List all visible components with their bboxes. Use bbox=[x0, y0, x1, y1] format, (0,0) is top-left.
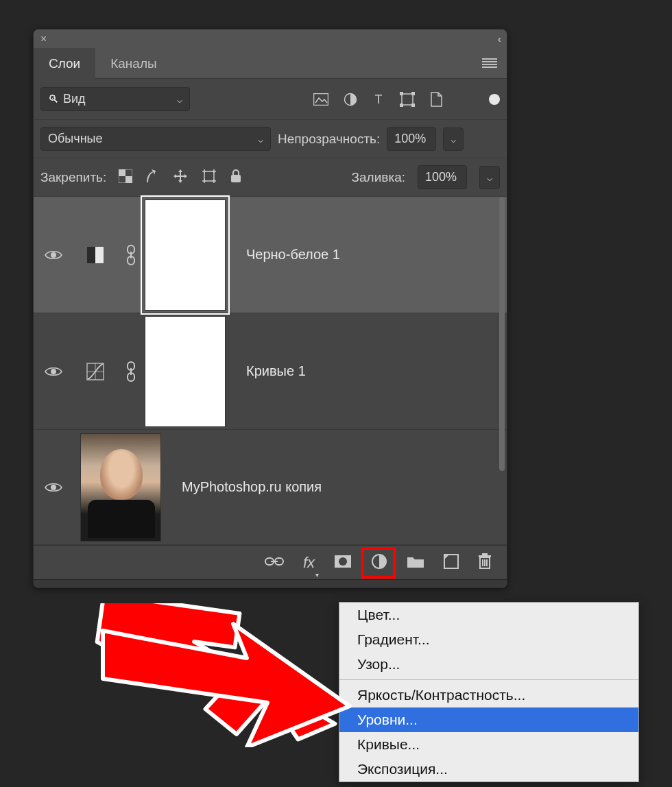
panel-tabs: Слои Каналы bbox=[34, 49, 507, 79]
lock-artboard-icon[interactable] bbox=[201, 168, 217, 187]
eye-icon bbox=[45, 249, 62, 261]
fill-value[interactable]: 100% bbox=[418, 165, 467, 189]
menu-item-curves[interactable]: Кривые... bbox=[339, 732, 638, 757]
link-icon[interactable] bbox=[117, 245, 145, 265]
menu-item-color[interactable]: Цвет... bbox=[339, 603, 638, 627]
fx-icon[interactable]: fx▾ bbox=[303, 554, 315, 572]
adjustment-layer-icon[interactable] bbox=[371, 553, 387, 572]
blend-mode-select[interactable]: Обычные ⌵ bbox=[40, 127, 271, 151]
lock-image-icon[interactable] bbox=[145, 169, 160, 186]
delete-layer-icon[interactable] bbox=[478, 553, 492, 572]
svg-rect-23 bbox=[87, 247, 95, 263]
layer-mask-thumb[interactable] bbox=[145, 199, 226, 311]
layer-thumb[interactable] bbox=[80, 433, 161, 542]
visibility-toggle[interactable] bbox=[34, 365, 73, 378]
layer-name[interactable]: MyPhotoshop.ru копия bbox=[182, 479, 322, 495]
panel-resize-bar[interactable] bbox=[34, 579, 507, 588]
adjustment-layer-menu: Цвет... Градиент... Узор... Яркость/Конт… bbox=[339, 602, 639, 782]
collapse-icon[interactable]: ‹‹ bbox=[498, 34, 499, 45]
opacity-label: Непрозрачность: bbox=[278, 132, 380, 147]
filter-row: 🔍︎Вид ⌵ T bbox=[34, 79, 507, 120]
kind-filter-select[interactable]: 🔍︎Вид ⌵ bbox=[40, 87, 190, 111]
opacity-value[interactable]: 100% bbox=[387, 127, 436, 151]
new-group-icon[interactable] bbox=[407, 555, 424, 571]
curves-adjustment-icon bbox=[73, 362, 117, 381]
menu-item-levels[interactable]: Уровни... bbox=[339, 707, 638, 732]
search-icon: 🔍︎ bbox=[48, 93, 59, 105]
chevron-down-icon: ⌵ bbox=[258, 134, 263, 145]
chevron-down-icon: ⌵ bbox=[177, 94, 182, 105]
svg-point-21 bbox=[51, 252, 56, 258]
panel-menu-icon[interactable] bbox=[482, 58, 497, 68]
svg-rect-10 bbox=[125, 176, 132, 183]
type-filter-icon[interactable]: T bbox=[372, 93, 385, 106]
add-mask-icon[interactable] bbox=[334, 555, 352, 571]
svg-rect-4 bbox=[400, 92, 403, 95]
tab-layers[interactable]: Слои bbox=[34, 48, 95, 80]
layer-row[interactable]: Черно-белое 1 bbox=[34, 197, 507, 313]
menu-separator bbox=[339, 679, 638, 680]
annotation-arrow bbox=[69, 603, 357, 747]
svg-rect-9 bbox=[119, 169, 125, 176]
svg-rect-6 bbox=[400, 104, 403, 107]
shape-filter-icon[interactable] bbox=[400, 92, 415, 107]
filter-toggle[interactable] bbox=[489, 94, 500, 105]
tab-channels[interactable]: Каналы bbox=[95, 48, 171, 80]
filter-type-icons: T bbox=[313, 92, 442, 107]
layer-row[interactable]: Кривые 1 bbox=[34, 313, 507, 430]
scrollbar[interactable] bbox=[499, 197, 505, 471]
lock-transparency-icon[interactable] bbox=[119, 169, 132, 186]
lock-position-icon[interactable] bbox=[172, 168, 189, 187]
opacity-chevron[interactable]: ⌵ bbox=[443, 128, 464, 151]
svg-point-27 bbox=[51, 369, 56, 374]
eye-icon bbox=[45, 365, 62, 378]
svg-rect-11 bbox=[204, 171, 214, 181]
adjustment-filter-icon[interactable] bbox=[344, 93, 357, 106]
pixel-filter-icon[interactable] bbox=[313, 93, 328, 106]
lock-row: Закрепить: Заливка: 100% ⌵ bbox=[34, 158, 507, 197]
blend-mode-value: Обычные bbox=[48, 132, 103, 146]
eye-icon bbox=[45, 481, 62, 494]
blend-row: Обычные ⌵ Непрозрачность: 100% ⌵ bbox=[34, 120, 507, 158]
layers-list: Черно-белое 1 Кривые 1 MyPhotoshop.ru ко… bbox=[34, 197, 507, 545]
bw-adjustment-icon bbox=[73, 245, 117, 265]
svg-rect-7 bbox=[411, 104, 415, 107]
fill-chevron[interactable]: ⌵ bbox=[479, 166, 500, 189]
kind-filter-label: Вид bbox=[63, 92, 86, 106]
svg-text:T: T bbox=[375, 93, 383, 106]
menu-item-brightness[interactable]: Яркость/Контрастность... bbox=[339, 683, 638, 707]
menu-item-gradient[interactable]: Градиент... bbox=[339, 627, 638, 652]
layers-bottom-bar: fx▾ bbox=[34, 545, 507, 579]
fill-label: Заливка: bbox=[352, 170, 405, 185]
new-layer-icon[interactable] bbox=[444, 554, 459, 572]
layer-mask-thumb[interactable] bbox=[145, 316, 226, 427]
menu-item-exposure[interactable]: Экспозиция... bbox=[339, 757, 638, 782]
layers-panel: × ‹‹ Слои Каналы 🔍︎Вид ⌵ T bbox=[33, 29, 507, 588]
svg-marker-49 bbox=[103, 624, 350, 747]
panel-titlebar: × ‹‹ bbox=[34, 29, 507, 49]
lock-all-icon[interactable] bbox=[230, 169, 242, 186]
svg-marker-48 bbox=[87, 603, 348, 747]
svg-rect-3 bbox=[402, 94, 413, 105]
visibility-toggle[interactable] bbox=[34, 481, 73, 494]
svg-point-34 bbox=[51, 485, 56, 490]
layer-name[interactable]: Кривые 1 bbox=[246, 363, 306, 379]
menu-item-pattern[interactable]: Узор... bbox=[339, 652, 638, 677]
layer-name[interactable]: Черно-белое 1 bbox=[246, 247, 340, 263]
visibility-toggle[interactable] bbox=[34, 249, 73, 261]
smartobject-filter-icon[interactable] bbox=[430, 92, 442, 107]
svg-rect-20 bbox=[231, 175, 241, 182]
layer-row[interactable]: MyPhotoshop.ru копия bbox=[34, 430, 507, 545]
svg-rect-5 bbox=[411, 92, 415, 95]
link-icon[interactable] bbox=[117, 361, 145, 382]
close-icon[interactable]: × bbox=[40, 33, 47, 45]
svg-rect-46 bbox=[479, 555, 491, 557]
svg-rect-47 bbox=[482, 553, 488, 555]
lock-label: Закрепить: bbox=[40, 170, 106, 185]
link-layers-icon[interactable] bbox=[265, 556, 284, 570]
svg-point-39 bbox=[339, 557, 347, 566]
